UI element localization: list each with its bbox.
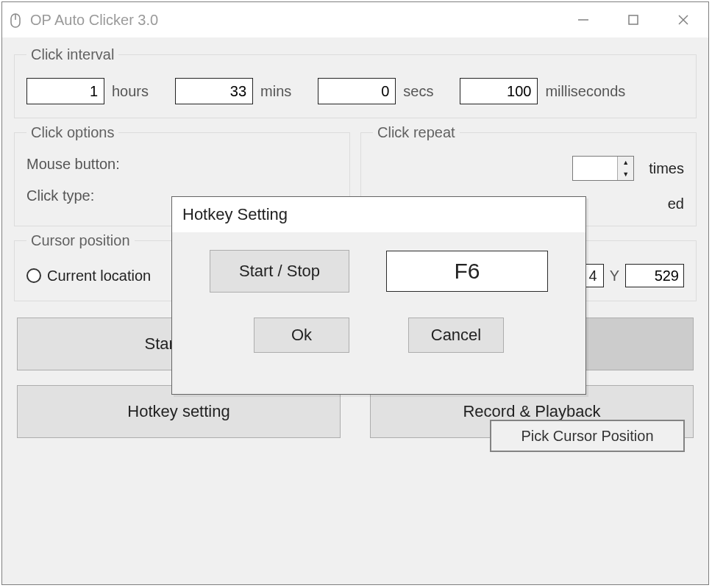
repeat-times-spinner[interactable]: ▲ ▼: [572, 156, 634, 181]
maximize-button[interactable]: [608, 2, 658, 37]
repeat-option-partial: ed: [668, 196, 684, 212]
titlebar: OP Auto Clicker 3.0: [2, 2, 708, 37]
current-location-label: Current location: [47, 268, 151, 284]
mouse-icon: [10, 11, 21, 29]
svg-rect-3: [629, 15, 638, 24]
current-location-radio[interactable]: [26, 268, 41, 283]
mins-label: mins: [260, 83, 291, 100]
click-options-legend: Click options: [26, 124, 118, 141]
window-title: OP Auto Clicker 3.0: [30, 12, 158, 29]
spin-up-icon[interactable]: ▲: [618, 157, 633, 168]
ms-label: milliseconds: [545, 83, 625, 100]
startstop-hotkey-button[interactable]: Start / Stop: [210, 250, 349, 293]
cursor-position-legend: Cursor position: [26, 232, 135, 249]
cancel-button[interactable]: Cancel: [408, 318, 504, 353]
secs-input[interactable]: [318, 78, 396, 104]
spin-down-icon[interactable]: ▼: [618, 168, 633, 180]
click-type-label: Click type:: [26, 187, 144, 204]
click-interval-legend: Click interval: [26, 46, 118, 63]
dialog-title: Hotkey Setting: [172, 197, 585, 232]
ok-button[interactable]: Ok: [254, 318, 349, 353]
close-button[interactable]: [658, 2, 708, 37]
pick-cursor-position-button[interactable]: Pick Cursor Position: [490, 420, 685, 452]
main-window: OP Auto Clicker 3.0 Click interval hours…: [1, 1, 709, 585]
times-label: times: [649, 160, 684, 177]
click-interval-group: Click interval hours mins secs milliseco…: [14, 46, 697, 118]
hours-label: hours: [112, 83, 149, 100]
y-label: Y: [610, 268, 619, 284]
mins-input[interactable]: [175, 78, 253, 104]
click-repeat-legend: Click repeat: [373, 124, 460, 141]
hotkey-setting-dialog: Hotkey Setting Start / Stop F6 Ok Cancel: [171, 196, 586, 395]
hotkey-value-field[interactable]: F6: [386, 251, 548, 292]
hours-input[interactable]: [26, 78, 104, 104]
repeat-times-input[interactable]: [573, 157, 617, 180]
mouse-button-label: Mouse button:: [26, 156, 144, 173]
y-input[interactable]: [625, 264, 684, 287]
ms-input[interactable]: [460, 78, 538, 104]
minimize-button[interactable]: [558, 2, 608, 37]
secs-label: secs: [403, 83, 433, 100]
